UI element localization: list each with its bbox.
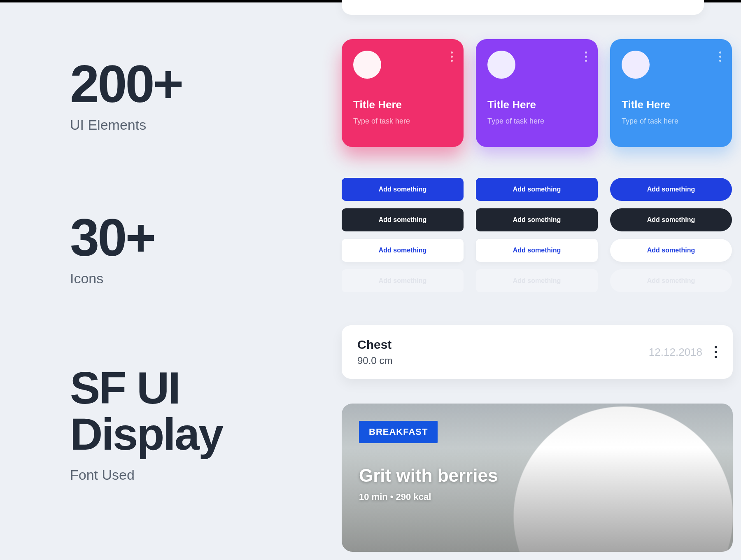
button-column-square-2: Add something Add something Add somethin… <box>476 178 598 292</box>
avatar-icon <box>622 51 650 79</box>
button-primary[interactable]: Add something <box>342 178 464 201</box>
button-disabled: Add something <box>476 269 598 292</box>
task-card-title: Title Here <box>487 98 586 111</box>
font-name-line1: SF UI <box>70 365 222 411</box>
stat-count: 30+ <box>70 211 222 264</box>
button-disabled: Add something <box>342 269 464 292</box>
meal-category-tag: BREAKFAST <box>359 421 438 443</box>
task-card-title: Title Here <box>622 98 720 111</box>
button-column-rounded: Add something Add something Add somethin… <box>610 178 732 292</box>
button-primary-pill[interactable]: Add something <box>610 178 732 201</box>
measurement-info: Chest 90.0 cm <box>357 338 649 366</box>
button-dark-pill[interactable]: Add something <box>610 208 732 231</box>
button-primary[interactable]: Add something <box>476 178 598 201</box>
task-card-subtitle: Type of task here <box>487 117 586 126</box>
task-cards-row: Title Here Type of task here Title Here … <box>342 39 732 147</box>
task-card-purple[interactable]: Title Here Type of task here <box>476 39 598 147</box>
task-card-subtitle: Type of task here <box>622 117 720 126</box>
promo-left-column: 200+ UI Elements 30+ Icons SF UI Display… <box>70 58 222 483</box>
font-used-block: SF UI Display Font Used <box>70 365 222 483</box>
font-name-line2: Display <box>70 411 222 457</box>
meal-title: Grit with berries <box>359 465 498 486</box>
measurement-title: Chest <box>357 338 649 352</box>
measurement-card[interactable]: Chest 90.0 cm 12.12.2018 <box>342 325 733 379</box>
more-icon[interactable] <box>451 51 453 62</box>
card-peek-top <box>342 0 704 15</box>
task-card-subtitle: Type of task here <box>353 117 452 126</box>
stat-count: 200+ <box>70 58 222 110</box>
stat-icons: 30+ Icons <box>70 211 222 287</box>
more-icon[interactable] <box>715 346 717 358</box>
stat-label: Icons <box>70 271 222 287</box>
showcase-right-column: Title Here Type of task here Title Here … <box>333 0 741 560</box>
task-card-pink[interactable]: Title Here Type of task here <box>342 39 464 147</box>
avatar-icon <box>487 51 515 79</box>
meal-card[interactable]: BREAKFAST Grit with berries 10 min • 290… <box>342 404 733 552</box>
font-sub-label: Font Used <box>70 467 222 483</box>
button-secondary[interactable]: Add something <box>476 239 598 262</box>
button-secondary[interactable]: Add something <box>342 239 464 262</box>
task-card-blue[interactable]: Title Here Type of task here <box>610 39 732 147</box>
measurement-value: 90.0 cm <box>357 355 649 366</box>
button-column-square-1: Add something Add something Add somethin… <box>342 178 464 292</box>
stat-ui-elements: 200+ UI Elements <box>70 58 222 133</box>
avatar-icon <box>353 51 381 79</box>
button-secondary-pill[interactable]: Add something <box>610 239 732 262</box>
more-icon[interactable] <box>585 51 587 62</box>
meal-meta: 10 min • 290 kcal <box>359 492 431 502</box>
buttons-showcase: Add something Add something Add somethin… <box>342 178 732 292</box>
measurement-date: 12.12.2018 <box>649 346 702 359</box>
button-dark[interactable]: Add something <box>476 208 598 231</box>
button-dark[interactable]: Add something <box>342 208 464 231</box>
more-icon[interactable] <box>719 51 721 62</box>
stat-label: UI Elements <box>70 117 222 133</box>
task-card-title: Title Here <box>353 98 452 111</box>
button-disabled-pill: Add something <box>610 269 732 292</box>
